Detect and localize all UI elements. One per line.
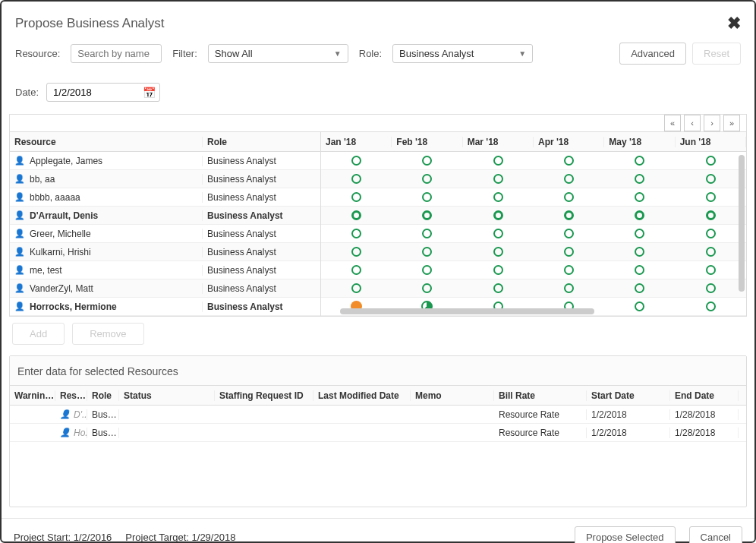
availability-cell[interactable] [321,156,392,166]
availability-cell[interactable] [534,174,604,184]
selected-resource-row[interactable]: 👤Ho...Busin...Resource Rate1/2/20181/28/… [10,424,746,442]
resource-row[interactable]: 👤bbbb, aaaaaBusiness Analyst [10,188,320,207]
availability-cell[interactable] [392,265,462,275]
col-role[interactable]: Role [87,390,119,401]
resource-search-input[interactable] [71,44,162,63]
availability-cell[interactable] [463,192,534,202]
reset-button[interactable]: Reset [692,43,741,65]
remove-button[interactable]: Remove [72,323,143,345]
availability-cell[interactable] [463,265,534,275]
month-header[interactable]: Apr '18 [534,137,604,147]
month-header[interactable]: Jan '18 [321,137,392,147]
vertical-scrollbar[interactable] [739,155,745,292]
availability-cell[interactable] [676,192,746,202]
col-header-role[interactable]: Role [203,137,320,147]
availability-cell[interactable] [321,247,392,257]
resource-row[interactable]: 👤bb, aaBusiness Analyst [10,170,320,188]
availability-cell[interactable] [676,265,746,275]
availability-cell[interactable] [604,265,675,275]
availability-cell[interactable] [676,156,746,166]
availability-cell[interactable] [604,283,675,293]
availability-cell[interactable] [534,192,604,202]
availability-cell[interactable] [676,210,746,220]
availability-cell[interactable] [392,156,462,166]
filter-select[interactable]: Show All ▼ [208,44,348,63]
role-select[interactable]: Business Analyst ▼ [392,44,533,63]
availability-cell[interactable] [604,156,675,166]
availability-cell[interactable] [534,229,604,238]
month-header[interactable]: May '18 [604,137,675,147]
col-warnings[interactable]: Warnings [10,390,55,401]
col-bill-rate[interactable]: Bill Rate [494,390,587,401]
availability-cell[interactable] [534,210,604,220]
availability-cell[interactable] [534,156,604,166]
availability-cell[interactable] [392,283,462,293]
nav-prev-icon[interactable]: ‹ [684,115,701,131]
availability-cell[interactable] [604,247,675,257]
month-header[interactable]: Mar '18 [463,137,534,147]
availability-cell[interactable] [676,229,746,238]
availability-cell[interactable] [463,229,534,238]
close-icon[interactable]: ✖ [727,14,741,33]
cancel-button[interactable]: Cancel [689,526,742,543]
col-status[interactable]: Status [119,390,215,401]
availability-cell[interactable] [463,156,534,166]
nav-next-icon[interactable]: › [704,115,720,131]
col-start-date[interactable]: Start Date [587,390,670,401]
availability-cell[interactable] [392,192,462,202]
col-staffing-request-id[interactable]: Staffing Request ID [215,390,313,401]
horizontal-scrollbar[interactable] [340,308,594,314]
col-last-modified[interactable]: Last Modified Date [313,390,411,401]
availability-cell[interactable] [463,247,534,257]
availability-cell[interactable] [604,229,675,238]
nav-first-icon[interactable]: « [664,115,681,131]
add-button[interactable]: Add [12,323,65,345]
availability-cell[interactable] [463,174,534,184]
availability-cell[interactable] [392,174,462,184]
resource-row[interactable]: 👤Applegate, JamesBusiness Analyst [10,152,320,170]
resource-row[interactable]: 👤Horrocks, HermioneBusiness Analyst [10,298,320,316]
availability-cell[interactable] [321,210,392,220]
availability-cell[interactable] [604,192,675,202]
availability-cell[interactable] [604,174,675,184]
availability-cell[interactable] [321,265,392,275]
availability-cell[interactable] [676,301,746,311]
col-end-date[interactable]: End Date [670,390,739,401]
resource-row[interactable]: 👤Greer, MichelleBusiness Analyst [10,225,320,243]
resource-row[interactable]: 👤me, testBusiness Analyst [10,261,320,279]
availability-cell[interactable] [392,210,462,220]
availability-cell[interactable] [534,247,604,257]
resource-row[interactable]: 👤D'Arrault, DenisBusiness Analyst [10,207,320,225]
availability-cell[interactable] [604,301,675,311]
user-icon: 👤 [14,156,25,166]
col-resource[interactable]: Reso... [55,390,87,401]
advanced-button[interactable]: Advanced [619,43,686,65]
availability-cell[interactable] [534,283,604,293]
resource-row[interactable]: 👤VanderZyl, MattBusiness Analyst [10,279,320,298]
calendar-icon[interactable]: 📅 [143,87,156,99]
availability-cell[interactable] [321,229,392,238]
month-header[interactable]: Jun '18 [676,137,746,147]
month-header[interactable]: Feb '18 [392,137,462,147]
availability-cell[interactable] [392,229,462,238]
availability-cell[interactable] [463,210,534,220]
nav-last-icon[interactable]: » [723,115,740,131]
availability-open-icon [493,283,503,293]
col-memo[interactable]: Memo [411,390,494,401]
col-header-resource[interactable]: Resource [10,137,203,147]
availability-cell[interactable] [604,210,675,220]
availability-open-icon [564,247,574,257]
cell-role: Busin... [87,409,119,420]
propose-selected-button[interactable]: Propose Selected [575,526,676,543]
resource-row[interactable]: 👤Kulkarni, HrishiBusiness Analyst [10,243,320,261]
availability-cell[interactable] [534,265,604,275]
availability-cell[interactable] [321,283,392,293]
availability-cell[interactable] [392,247,462,257]
availability-cell[interactable] [676,174,746,184]
availability-cell[interactable] [321,192,392,202]
selected-resource-row[interactable]: 👤D'...Busin...Resource Rate1/2/20181/28/… [10,406,746,424]
availability-cell[interactable] [463,283,534,293]
availability-cell[interactable] [321,174,392,184]
availability-cell[interactable] [676,283,746,293]
availability-cell[interactable] [676,247,746,257]
